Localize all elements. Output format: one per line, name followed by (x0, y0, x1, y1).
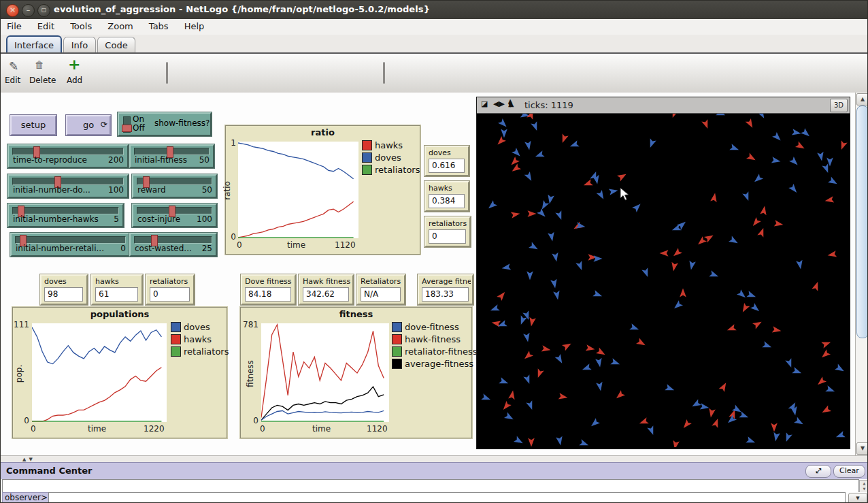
tab-bar: Interface Info Code (1, 35, 868, 54)
plot-title: ratio (226, 127, 420, 137)
world-view[interactable]: ◪ ◀▶ ▲ ▲▼ ticks: 1119 3D (476, 97, 850, 449)
trash-icon[interactable]: 🗑 (35, 59, 44, 70)
add-plus-icon[interactable]: + (68, 56, 80, 73)
slider-groove (12, 207, 119, 214)
slider-initial-number-retaliators[interactable]: initial-number-retali...0 (10, 233, 131, 257)
turtle-agent (594, 255, 603, 262)
scroll-up-icon[interactable]: ▲ (856, 93, 868, 106)
world-height-icon[interactable]: ▲▼ (508, 98, 512, 108)
legend-label: hawk-fitness (405, 334, 461, 344)
plot-title: populations (13, 309, 227, 319)
y-tick: 0 (242, 416, 258, 425)
clear-button[interactable]: Clear (833, 465, 865, 478)
turtle-agent (796, 260, 804, 270)
close-icon[interactable]: × (6, 4, 19, 17)
turtle-agent (760, 206, 768, 215)
monitor-value: 0 (429, 229, 466, 244)
menu-tabs[interactable]: Tabs (143, 19, 175, 33)
add-button[interactable]: Add (67, 76, 82, 85)
menu-zoom[interactable]: Zoom (101, 19, 139, 33)
turtle-agent (528, 317, 536, 327)
3d-button[interactable]: 3D (830, 99, 848, 112)
edit-pencil-icon[interactable]: ✎ (9, 59, 18, 73)
turtle-agent (527, 114, 535, 120)
delete-button[interactable]: Delete (29, 76, 56, 85)
prompt-dropdown-icon[interactable]: ▼ (848, 493, 867, 503)
slider-cost-wasted[interactable]: cost-wasted...25 (129, 233, 217, 257)
go-label: go (83, 120, 94, 130)
turtle-agent (681, 419, 692, 430)
tab-code[interactable]: Code (97, 37, 135, 53)
title-bar[interactable]: × – ▢ evolution_of_aggression - NetLogo … (1, 1, 868, 19)
monitor-label: hawks (95, 277, 140, 286)
plot-legend: doveshawksretaliators (171, 321, 229, 358)
turtle-agent (817, 152, 825, 161)
x-tick: 1120 (367, 424, 388, 434)
world-canvas[interactable] (477, 114, 848, 447)
slider-label: initial-fitness (135, 155, 187, 165)
menu-tools[interactable]: Tools (64, 19, 98, 33)
turtle-agent (534, 150, 544, 159)
slider-groove (12, 178, 124, 185)
turtle-agent (641, 267, 650, 278)
command-prompt-row: observer> ▼ (1, 492, 868, 503)
output-scrollbar[interactable]: ▲▼ (859, 480, 868, 493)
world-width-icon[interactable]: ◀▶ (493, 99, 505, 108)
maximize-icon[interactable]: ▢ (37, 4, 50, 17)
tab-info[interactable]: Info (63, 37, 96, 53)
slider-time-to-reproduce[interactable]: time-to-reproduce200 (7, 144, 129, 168)
turtle-agent (835, 431, 845, 440)
tab-interface[interactable]: Interface (6, 35, 62, 54)
slider-value: 100 (108, 185, 124, 195)
slider-label: initial-number-retali... (16, 244, 104, 253)
monitor-value: 0 (150, 287, 190, 302)
turtle-agent (665, 384, 675, 393)
world-origin-icon[interactable]: ◪ (481, 99, 488, 108)
turtle-agent (638, 417, 648, 426)
switch-handle[interactable] (122, 125, 132, 132)
slider-initial-fitness[interactable]: initial-fitness50 (129, 144, 214, 168)
scroll-down-icon[interactable]: ▼ (856, 442, 868, 455)
legend-swatch-icon (362, 140, 372, 150)
go-button[interactable]: go ⟳ (66, 115, 111, 135)
scrollbar-thumb[interactable] (856, 106, 868, 338)
turtle-agent (726, 324, 736, 333)
turtle-agent (632, 201, 643, 212)
slider-cost-injure[interactable]: cost-injure100 (132, 204, 217, 227)
splitter-handles-icon[interactable]: ▲▼ (22, 457, 35, 462)
turtle-agent (828, 177, 839, 187)
slider-initial-number-doves[interactable]: initial-number-do...100 (7, 174, 129, 198)
turtle-agent (710, 193, 718, 202)
turtle-agent (647, 425, 656, 436)
menu-edit[interactable]: Edit (31, 19, 61, 33)
slider-label: cost-wasted... (135, 244, 192, 253)
slider-value: 5 (114, 214, 119, 224)
menu-help[interactable]: Help (178, 19, 211, 33)
slider-initial-number-hawks[interactable]: initial-number-hawks5 (7, 204, 124, 227)
turtle-agent (535, 368, 544, 378)
setup-button[interactable]: setup (10, 115, 56, 135)
command-input[interactable] (48, 492, 846, 503)
legend-swatch-icon (171, 322, 181, 332)
expand-icon[interactable]: ⤢ (805, 465, 831, 478)
x-tick: 0 (260, 424, 265, 434)
turtle-agent (556, 436, 564, 446)
legend-item: hawk-fitness (392, 334, 478, 345)
menu-file[interactable]: File (1, 19, 28, 33)
vertical-scrollbar[interactable]: ▲ ▼ (855, 93, 868, 455)
turtle-agent (546, 195, 554, 204)
turtle-agent (647, 138, 656, 148)
monitor-value: 342.62 (303, 287, 349, 302)
slider-groove (137, 178, 212, 185)
slider-groove (134, 236, 212, 244)
turtle-agent (719, 381, 729, 392)
turtle-agent (529, 242, 539, 253)
slider-reward[interactable]: reward50 (132, 174, 217, 198)
turtle-agent (792, 129, 801, 137)
legend-label: average-fitness (405, 359, 473, 369)
monitor-hawk-fitness: Hawk fitness 342.62 (299, 274, 354, 305)
slider-label: initial-number-hawks (13, 214, 99, 224)
show-fitness-switch[interactable]: On Off show-fitness? (118, 112, 212, 136)
minimize-icon[interactable]: – (22, 4, 35, 17)
edit-button[interactable]: Edit (5, 76, 20, 85)
